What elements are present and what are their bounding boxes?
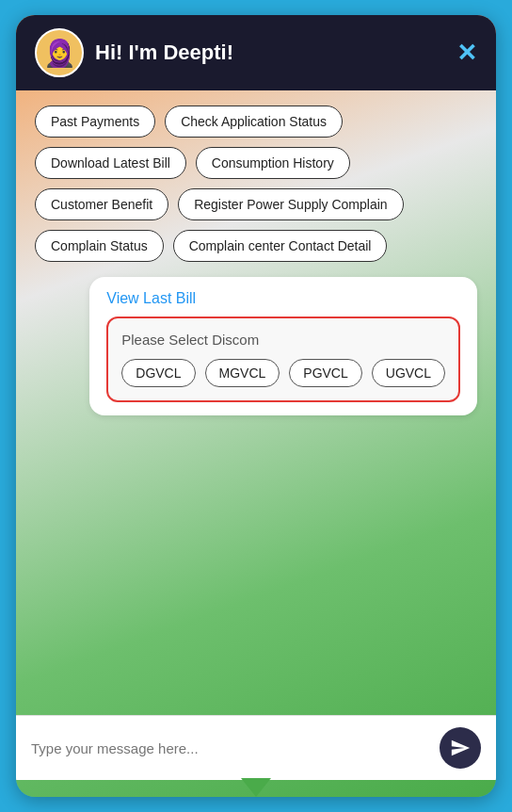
view-last-bill-text: View Last Bill	[106, 290, 460, 307]
header-title: Hi! I'm Deepti!	[95, 41, 233, 65]
discom-label: Please Select Discom	[121, 332, 445, 348]
header-left: 🧕 Hi! I'm Deepti!	[35, 28, 233, 77]
discom-pgvcl[interactable]: PGVCL	[289, 359, 361, 387]
send-button[interactable]	[440, 727, 481, 769]
discom-dgvcl[interactable]: DGVCL	[121, 359, 195, 387]
avatar: 🧕	[35, 28, 84, 77]
discom-ugvcl[interactable]: UGVCL	[372, 359, 445, 387]
chat-tail	[241, 778, 271, 797]
option-download-latest-bill[interactable]: Download Latest Bill	[35, 147, 186, 179]
discom-mgvcl[interactable]: MGVCL	[205, 359, 280, 387]
close-button[interactable]: ✕	[456, 41, 477, 65]
message-input[interactable]	[31, 740, 430, 756]
quick-options: Past Payments Check Application Status D…	[35, 106, 477, 262]
option-past-payments[interactable]: Past Payments	[35, 106, 155, 138]
option-check-application-status[interactable]: Check Application Status	[165, 106, 343, 138]
chat-footer	[16, 715, 496, 780]
chat-body: Past Payments Check Application Status D…	[16, 90, 496, 715]
discom-selector: Please Select Discom DGVCL MGVCL PGVCL U…	[106, 317, 460, 402]
chat-header: 🧕 Hi! I'm Deepti! ✕	[16, 15, 496, 90]
option-complain-center-contact-detail[interactable]: Complain center Contact Detail	[173, 230, 388, 262]
discom-options: DGVCL MGVCL PGVCL UGVCL	[121, 359, 445, 387]
message-bubble: View Last Bill Please Select Discom DGVC…	[89, 277, 477, 415]
send-icon	[450, 738, 471, 758]
chat-container: 🧕 Hi! I'm Deepti! ✕ Past Payments Check …	[16, 15, 496, 797]
option-complain-status[interactable]: Complain Status	[35, 230, 164, 262]
option-consumption-history[interactable]: Consumption History	[196, 147, 350, 179]
option-customer-benefit[interactable]: Customer Benefit	[35, 188, 168, 220]
option-register-power-supply-complain[interactable]: Register Power Supply Complain	[178, 188, 403, 220]
